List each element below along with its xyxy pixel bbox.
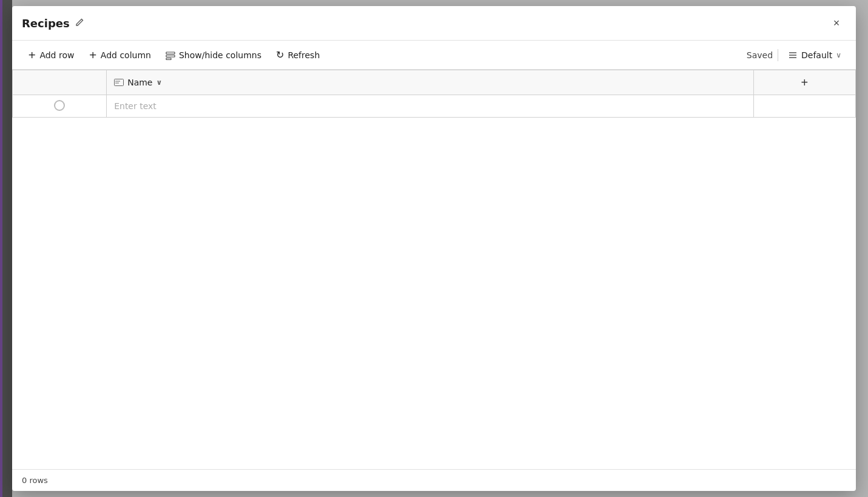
name-column-header[interactable]: Name ∨ bbox=[107, 70, 754, 95]
name-column-icon bbox=[114, 79, 124, 86]
add-row-label: Add row bbox=[39, 50, 74, 60]
show-hide-columns-button[interactable]: Show/hide columns bbox=[160, 45, 267, 64]
data-table: Name ∨ + bbox=[12, 70, 856, 118]
close-button[interactable]: × bbox=[827, 13, 846, 33]
add-column-label: Add column bbox=[101, 50, 151, 60]
name-column-label: Name bbox=[127, 78, 152, 87]
modal-title: Recipes bbox=[22, 17, 70, 30]
show-hide-columns-label: Show/hide columns bbox=[179, 50, 261, 60]
add-column-button[interactable]: + Add column bbox=[82, 45, 157, 64]
edit-icon[interactable] bbox=[75, 18, 86, 28]
recipes-modal: Recipes × + Add row + Add column bbox=[12, 6, 856, 491]
refresh-button[interactable]: ↻ Refresh bbox=[270, 45, 326, 64]
chevron-down-icon: ∨ bbox=[836, 51, 841, 59]
show-hide-icon bbox=[166, 49, 175, 61]
toolbar-divider bbox=[778, 49, 778, 61]
refresh-icon: ↻ bbox=[276, 49, 284, 61]
svg-rect-0 bbox=[166, 52, 175, 54]
name-header-content[interactable]: Name ∨ bbox=[107, 73, 753, 92]
row-radio[interactable] bbox=[54, 100, 65, 111]
svg-rect-2 bbox=[166, 58, 171, 60]
row-radio-cell[interactable] bbox=[13, 95, 107, 118]
toolbar: + Add row + Add column Show/hide columns… bbox=[12, 41, 856, 70]
row-count: 0 rows bbox=[22, 476, 48, 485]
default-view-button[interactable]: Default ∨ bbox=[783, 47, 846, 62]
name-input-cell[interactable] bbox=[107, 95, 754, 118]
svg-rect-6 bbox=[115, 79, 124, 86]
svg-rect-1 bbox=[166, 55, 175, 57]
add-row-button[interactable]: + Add row bbox=[22, 45, 80, 64]
refresh-label: Refresh bbox=[288, 50, 320, 60]
table-container: Name ∨ + bbox=[12, 70, 856, 469]
default-view-label: Default bbox=[801, 50, 832, 60]
modal-title-area: Recipes bbox=[22, 17, 86, 30]
modal-footer: 0 rows bbox=[12, 469, 856, 491]
name-text-input[interactable] bbox=[107, 95, 753, 117]
modal-header: Recipes × bbox=[12, 6, 856, 41]
list-icon bbox=[788, 50, 798, 60]
toolbar-right: Saved Default ∨ bbox=[747, 47, 846, 62]
row-selector-header bbox=[13, 70, 107, 95]
add-column-button-inline[interactable]: + bbox=[754, 70, 855, 95]
add-row-icon: + bbox=[28, 49, 36, 61]
saved-label: Saved bbox=[747, 50, 773, 60]
name-column-chevron: ∨ bbox=[156, 78, 162, 87]
add-column-icon: + bbox=[89, 49, 96, 61]
add-column-header[interactable]: + bbox=[753, 70, 855, 95]
table-row bbox=[13, 95, 856, 118]
add-col-empty-cell bbox=[753, 95, 855, 118]
